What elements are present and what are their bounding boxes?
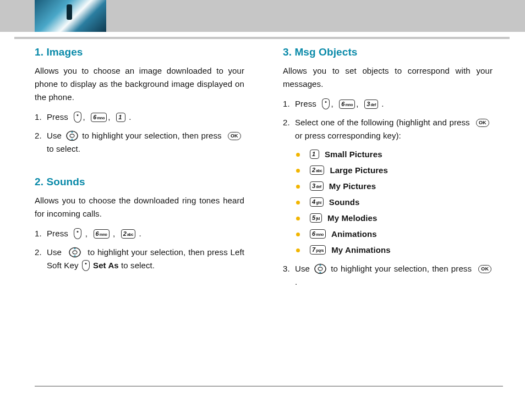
msg-options-list: 1 Small Pictures 2abc Large Pictures 3de… bbox=[296, 148, 493, 257]
key-6: 6mno bbox=[339, 100, 355, 109]
option-large-pictures: 2abc Large Pictures bbox=[296, 164, 493, 177]
left-soft-key-icon bbox=[322, 98, 330, 109]
period: . bbox=[381, 99, 384, 108]
key-1: 1 bbox=[310, 150, 319, 159]
header-rule bbox=[14, 37, 510, 39]
section-sounds-title: 2. Sounds bbox=[35, 175, 244, 189]
step-body: Press , 6mno, 3def . bbox=[295, 97, 493, 110]
key-2: 2abc bbox=[121, 229, 135, 239]
step-body: Use to highlight your selection, then pr… bbox=[295, 262, 493, 289]
step-body: Press , 6mno , 2abc . bbox=[47, 227, 244, 240]
svg-point-3 bbox=[73, 251, 77, 254]
text: to select. bbox=[121, 261, 155, 270]
step-number: 1. bbox=[35, 227, 47, 240]
header-photo bbox=[35, 0, 106, 32]
step-body: Use to highlight your selection, then pr… bbox=[47, 129, 244, 156]
press-label: Press bbox=[47, 112, 68, 121]
comma: , bbox=[108, 112, 110, 121]
section-msg-intro: Allows you to set objects to correspond … bbox=[283, 64, 493, 91]
step-number: 2. bbox=[35, 246, 47, 272]
key-5: 5jkl bbox=[310, 213, 322, 223]
text: to select. bbox=[47, 144, 80, 153]
svg-point-5 bbox=[318, 267, 322, 270]
images-step-1: 1. Press , 6mno, 1 . bbox=[35, 110, 244, 124]
section-msg-title: 3. Msg Objects bbox=[283, 46, 493, 59]
step-number: 1. bbox=[283, 97, 295, 110]
section-images-intro: Allows you to choose an image downloaded… bbox=[35, 64, 244, 104]
comma: , bbox=[331, 99, 333, 108]
option-label: Sounds bbox=[329, 196, 360, 209]
use-label: Use bbox=[47, 131, 62, 140]
left-soft-key-icon bbox=[82, 260, 90, 271]
comma: , bbox=[113, 229, 115, 238]
images-step-2: 2. Use to highlight your selection, then… bbox=[35, 129, 244, 156]
option-label: My Pictures bbox=[329, 180, 376, 193]
content-columns: 1. Images Allows you to choose an image … bbox=[35, 46, 493, 294]
bullet-icon bbox=[296, 169, 300, 173]
text: Select one of the following (highlight a… bbox=[295, 118, 470, 127]
key-3: 3def bbox=[364, 100, 378, 109]
option-label: Small Pictures bbox=[325, 148, 382, 161]
option-label: Animations bbox=[331, 228, 377, 241]
option-animations: 6mno Animations bbox=[296, 228, 493, 241]
section-images-title: 1. Images bbox=[35, 46, 244, 59]
key-2: 2abc bbox=[310, 165, 324, 175]
key-6: 6mno bbox=[91, 113, 107, 122]
ok-key-icon: OK bbox=[228, 132, 241, 140]
footer-rule bbox=[35, 386, 503, 386]
right-column: 3. Msg Objects Allows you to set objects… bbox=[283, 46, 493, 294]
key-6: 6mno bbox=[310, 229, 326, 239]
bullet-icon bbox=[296, 248, 300, 252]
step-body: Press , 6mno, 1 . bbox=[47, 110, 244, 124]
step-body: Use to highlight your selection, then pr… bbox=[47, 246, 244, 272]
option-label: My Melodies bbox=[327, 212, 377, 225]
option-sounds: 4ghi Sounds bbox=[296, 196, 493, 209]
text: to highlight your selection, then press bbox=[82, 131, 221, 140]
use-label: Use bbox=[47, 247, 62, 257]
press-label: Press bbox=[295, 99, 316, 108]
comma: , bbox=[83, 112, 85, 121]
use-label: Use bbox=[295, 264, 310, 273]
comma: , bbox=[356, 99, 358, 108]
option-my-animations: 7pqrs My Animations bbox=[296, 244, 493, 257]
set-as-label: Set As bbox=[93, 261, 119, 270]
left-soft-key-icon bbox=[74, 112, 81, 123]
nav-key-icon bbox=[66, 130, 78, 141]
key-7: 7pqrs bbox=[310, 245, 326, 255]
key-4: 4ghi bbox=[310, 197, 324, 207]
msg-step-2: 2. Select one of the following (highligh… bbox=[283, 116, 493, 142]
period: . bbox=[295, 277, 297, 286]
option-my-melodies: 5jkl My Melodies bbox=[296, 212, 493, 225]
press-label: Press bbox=[47, 229, 68, 238]
period: . bbox=[129, 112, 131, 121]
bullet-icon bbox=[296, 185, 300, 189]
left-soft-key-icon bbox=[74, 228, 81, 239]
msg-step-1: 1. Press , 6mno, 3def . bbox=[283, 97, 493, 110]
bullet-icon bbox=[296, 153, 300, 157]
comma: , bbox=[85, 229, 88, 238]
step-number: 2. bbox=[283, 116, 295, 142]
text: to highlight your selection, then press bbox=[331, 264, 472, 273]
nav-key-icon bbox=[314, 263, 326, 274]
step-number: 3. bbox=[283, 262, 295, 289]
section-sounds-intro: Allows you to choose the downloaded ring… bbox=[35, 194, 244, 220]
option-small-pictures: 1 Small Pictures bbox=[296, 148, 493, 161]
option-label: Large Pictures bbox=[330, 164, 388, 177]
bullet-icon bbox=[296, 201, 300, 205]
left-column: 1. Images Allows you to choose an image … bbox=[35, 46, 244, 294]
step-number: 1. bbox=[35, 110, 47, 124]
key-1: 1 bbox=[116, 113, 125, 122]
step-number: 2. bbox=[35, 129, 47, 156]
sounds-step-1: 1. Press , 6mno , 2abc . bbox=[35, 227, 244, 240]
manual-page: 1. Images Allows you to choose an image … bbox=[0, 0, 525, 420]
key-3: 3def bbox=[310, 181, 324, 191]
option-my-pictures: 3def My Pictures bbox=[296, 180, 493, 193]
text: or press corresponding key): bbox=[295, 131, 401, 140]
svg-point-1 bbox=[70, 134, 74, 137]
ok-key-icon: OK bbox=[478, 265, 491, 273]
bullet-icon bbox=[296, 217, 300, 220]
msg-step-3: 3. Use to highlight your selection, then… bbox=[283, 262, 493, 289]
period: . bbox=[139, 229, 141, 238]
key-6: 6mno bbox=[94, 229, 110, 239]
bullet-icon bbox=[296, 233, 300, 236]
